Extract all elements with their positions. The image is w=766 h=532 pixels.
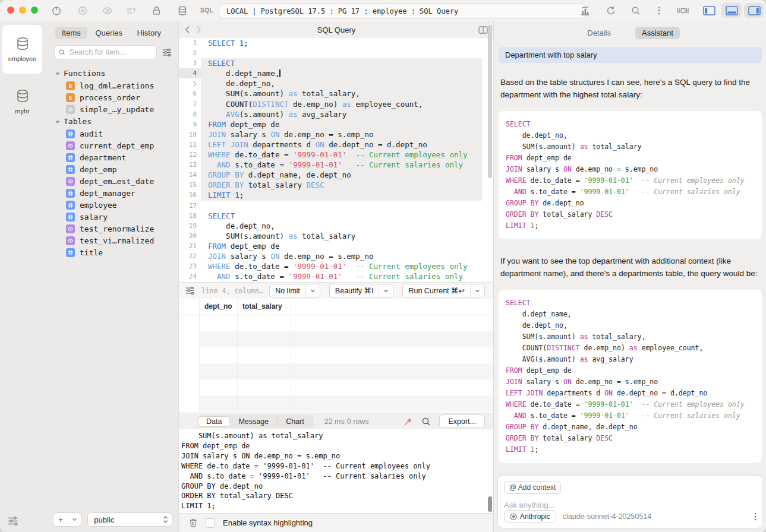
editor-line-7[interactable]: 7 COUNT(DISTINCT de.emp_no) as employee_…: [179, 99, 494, 109]
zoom-window-button[interactable]: [31, 7, 38, 14]
sidebar-item-salary[interactable]: salary: [45, 211, 178, 223]
editor-line-18[interactable]: 18SELECT: [179, 211, 494, 221]
sidebar-tab-history[interactable]: History: [131, 27, 168, 39]
output-tab-message[interactable]: Message: [230, 416, 277, 427]
table-row[interactable]: [179, 331, 494, 347]
disconnect-icon[interactable]: [77, 5, 88, 16]
add-context-button[interactable]: @ Add context: [504, 481, 561, 494]
editor-line-11[interactable]: 11LEFT JOIN departments d ON de.dept_no …: [179, 140, 494, 150]
editor-line-9[interactable]: 9FROM dept_emp de: [179, 119, 494, 129]
eye-icon[interactable]: [102, 5, 113, 16]
trash-icon[interactable]: [188, 518, 198, 528]
sidebar-item-dept_emp[interactable]: dept_emp: [45, 163, 178, 175]
editor-scrollbar[interactable]: [488, 25, 492, 178]
panel-right-toggle[interactable]: [744, 3, 764, 18]
sidebar-item-simple_y_update[interactable]: simple_…y_update: [45, 103, 178, 115]
syntax-highlight-checkbox[interactable]: [206, 518, 215, 528]
database-icon[interactable]: [177, 5, 188, 16]
table-row[interactable]: [179, 315, 494, 331]
sidebar-item-test_virmalized[interactable]: test_vi…rmalized: [45, 235, 178, 246]
sidebar-tab-items[interactable]: Items: [55, 27, 87, 39]
window-layout-icon[interactable]: [676, 5, 689, 16]
close-window-button[interactable]: [7, 7, 14, 14]
editor-line-6[interactable]: 6 SUM(s.amount) as total_salary,: [179, 88, 494, 99]
sidebar-item-dept_manager[interactable]: dept_manager: [45, 187, 178, 199]
panel-left-toggle[interactable]: [699, 3, 719, 18]
editor-line-14[interactable]: 14GROUP BY d.dept_name, de.dept_no: [179, 170, 494, 180]
pin-icon[interactable]: [404, 417, 413, 426]
column-header-total_salary[interactable]: total_salary: [238, 299, 291, 315]
sidebar-item-audit[interactable]: audit: [45, 128, 178, 140]
editor-line-2[interactable]: 2: [179, 48, 494, 58]
add-item-button[interactable]: +: [53, 512, 81, 527]
editor-code[interactable]: 1SELECT 1;23SELECT4 d.dept_name,5 de.dep…: [179, 38, 494, 282]
tree-section-functions[interactable]: Functions: [45, 67, 178, 80]
editor-line-16[interactable]: 16LIMIT 1;: [179, 190, 494, 200]
search-icon[interactable]: [631, 5, 641, 16]
model-name[interactable]: claude-sonnet-4-20250514: [563, 512, 651, 521]
provider-select[interactable]: Anthropic: [504, 510, 556, 523]
editor-line-22[interactable]: 22JOIN salary s ON de.emp_no = s.emp_no: [179, 251, 494, 261]
schema-select[interactable]: public: [87, 512, 172, 527]
minimize-window-button[interactable]: [19, 7, 26, 14]
table-row[interactable]: [179, 395, 494, 411]
sidebar-item-log_dmlerations[interactable]: 0log_dml…erations: [45, 80, 178, 91]
lock-icon[interactable]: [152, 5, 162, 16]
editor-line-23[interactable]: 23WHERE de.to_date = '9999-01-01' -- Cur…: [179, 261, 494, 271]
sidebar-tab-queries[interactable]: Queries: [89, 27, 129, 39]
editor-line-4[interactable]: 4 d.dept_name,: [179, 68, 494, 78]
export-button[interactable]: Export...: [439, 414, 485, 428]
editor-line-3[interactable]: 3SELECT: [179, 58, 494, 68]
run-current-button[interactable]: Run Current ⌘↩: [402, 284, 485, 297]
editor-line-21[interactable]: 21FROM dept_emp de: [179, 241, 494, 251]
search-input[interactable]: [68, 48, 152, 57]
chevron-down-icon[interactable]: [68, 518, 81, 521]
tab-details[interactable]: Details: [581, 27, 617, 39]
assistant-input-card[interactable]: @ Add context Ask anything... Anthropic …: [497, 475, 763, 528]
tab-assistant[interactable]: Assistant: [635, 27, 680, 39]
refresh-icon[interactable]: [606, 5, 616, 16]
limit-dropdown[interactable]: No limit: [269, 284, 320, 297]
sidebar-item-title[interactable]: title: [45, 246, 178, 258]
editor-line-17[interactable]: 17: [179, 201, 494, 211]
panel-bottom-toggle[interactable]: [721, 3, 742, 18]
import-icon[interactable]: [125, 5, 137, 16]
more-icon[interactable]: [657, 5, 661, 16]
ask-input[interactable]: Ask anything...: [504, 501, 756, 509]
column-header-dept_no[interactable]: dept_no: [200, 299, 238, 315]
sidebar-item-dept_emest_date[interactable]: dept_em…est_date: [45, 175, 178, 187]
editor-line-5[interactable]: 5 de.dept_no,: [179, 78, 494, 88]
editor-line-24[interactable]: 24 AND s.to_date = '9999-01-01' -- Curre…: [179, 271, 494, 281]
forward-icon[interactable]: [196, 26, 201, 34]
search-results-icon[interactable]: [421, 417, 431, 426]
connection-employee[interactable]: employee: [2, 25, 42, 74]
filter-sliders-icon[interactable]: [7, 516, 19, 526]
sidebar-item-department[interactable]: department: [45, 151, 178, 163]
sidebar-item-test_renormalize[interactable]: test_renormalize: [45, 223, 178, 235]
table-row[interactable]: [179, 347, 494, 363]
editor-line-1[interactable]: 1SELECT 1;: [179, 38, 494, 48]
editor-line-10[interactable]: 10JOIN salary s ON de.emp_no = s.emp_no: [179, 129, 494, 140]
output-tab-chart[interactable]: Chart: [278, 416, 313, 427]
tree-section-tables[interactable]: Tables: [45, 115, 178, 128]
editor-line-20[interactable]: 20 SUM(s.amount) as total_salary: [179, 231, 494, 241]
editor-line-8[interactable]: 8 AVG(s.amount) as avg_salary: [179, 109, 494, 119]
editor-line-15[interactable]: 15ORDER BY total_salary DESC: [179, 180, 494, 190]
split-view-icon[interactable]: [478, 26, 488, 34]
connection-myhr[interactable]: myhr: [2, 77, 42, 126]
editor-line-12[interactable]: 12WHERE de.to_date = '9999-01-01' -- Cur…: [179, 150, 494, 160]
back-icon[interactable]: [185, 26, 190, 34]
output-scrollbar[interactable]: [488, 496, 492, 512]
sidebar-item-current_dept_emp[interactable]: current_dept_emp: [45, 140, 178, 151]
chart-icon[interactable]: [579, 5, 591, 17]
beautify-button[interactable]: Beautify ⌘I: [329, 284, 394, 297]
table-row[interactable]: [179, 379, 494, 395]
editor-line-19[interactable]: 19 de.dept_no,: [179, 221, 494, 231]
item-search[interactable]: [54, 45, 157, 59]
sidebar-item-process_order[interactable]: 0process_order: [45, 91, 178, 103]
output-tab-data[interactable]: Data: [198, 416, 230, 427]
table-row[interactable]: [179, 363, 494, 379]
sidebar-item-employee[interactable]: employee: [45, 199, 178, 211]
filter-sliders-icon[interactable]: [185, 286, 196, 295]
filter-sliders-icon[interactable]: [162, 48, 172, 57]
